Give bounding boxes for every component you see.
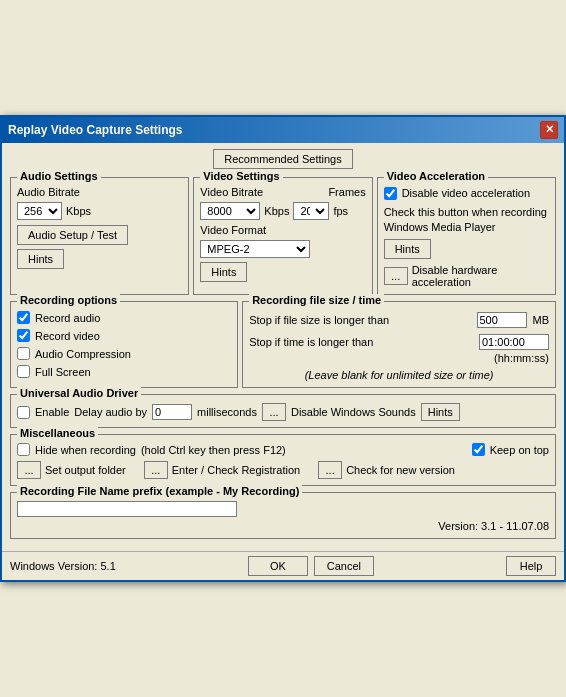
check-text-row: Check this button when recordingWindows … — [384, 205, 549, 236]
universal-dots-button[interactable]: ... — [262, 403, 286, 421]
audio-compression-checkbox[interactable] — [17, 347, 30, 360]
miscellaneous-section: Miscellaneous Hide when recording (hold … — [10, 434, 556, 486]
disable-accel-checkbox[interactable] — [384, 187, 397, 200]
universal-enable-checkbox[interactable] — [17, 406, 30, 419]
hhmm-label: (hh:mm:ss) — [249, 352, 549, 364]
prefix-section: Recording File Name prefix (example - My… — [10, 492, 556, 539]
top-sections: Audio Settings Audio Bitrate 256 64 128 … — [10, 177, 556, 296]
milliseconds-label: milliseconds — [197, 406, 257, 418]
cancel-button[interactable]: Cancel — [314, 556, 374, 576]
disable-hw-dots-button[interactable]: ... — [384, 267, 408, 285]
recommended-settings-button[interactable]: Recommended Settings — [213, 149, 352, 169]
audio-settings-section: Audio Settings Audio Bitrate 256 64 128 … — [10, 177, 189, 296]
record-video-checkbox[interactable] — [17, 329, 30, 342]
video-acceleration-section: Video Acceleration Disable video acceler… — [377, 177, 556, 296]
universal-delay-input[interactable] — [152, 404, 192, 420]
audio-bitrate-select[interactable]: 256 64 128 192 320 — [17, 202, 62, 220]
version-label: Version: 3.1 - 11.07.08 — [438, 520, 549, 532]
keep-on-top-label: Keep on top — [490, 444, 549, 456]
help-button[interactable]: Help — [506, 556, 556, 576]
stop-size-input[interactable] — [477, 312, 527, 328]
universal-audio-label: Universal Audio Driver — [17, 387, 141, 399]
audio-settings-label: Audio Settings — [17, 170, 101, 182]
audio-hints-button[interactable]: Hints — [17, 249, 64, 269]
record-video-row: Record video — [17, 329, 231, 342]
audio-bitrate-row: Audio Bitrate — [17, 186, 182, 198]
full-screen-checkbox[interactable] — [17, 365, 30, 378]
stop-size-label: Stop if file size is longer than — [249, 314, 470, 326]
audio-compression-label: Audio Compression — [35, 348, 131, 360]
audio-bitrate-control-row: 256 64 128 192 320 Kbps — [17, 202, 182, 220]
main-content: Recommended Settings Audio Settings Audi… — [2, 143, 564, 552]
set-output-dots-button[interactable]: ... — [17, 461, 41, 479]
audio-bitrate-label: Audio Bitrate — [17, 186, 80, 198]
video-format-select[interactable]: MPEG-2 MPEG-4 AVI WMV — [200, 240, 310, 258]
recording-file-section: Recording file size / time Stop if file … — [242, 301, 556, 388]
stop-size-row: Stop if file size is longer than MB — [249, 312, 549, 328]
recommended-row: Recommended Settings — [10, 149, 556, 169]
version-row: Version: 3.1 - 11.07.08 — [17, 520, 549, 532]
main-window: Replay Video Capture Settings ✕ Recommen… — [0, 115, 566, 583]
stop-time-label: Stop if time is longer than — [249, 336, 473, 348]
misc-label: Miscellaneous — [17, 427, 98, 439]
video-format-label-row: Video Format — [200, 224, 365, 236]
audio-kbps-label: Kbps — [66, 205, 91, 217]
record-audio-label: Record audio — [35, 312, 100, 324]
ok-button[interactable]: OK — [248, 556, 308, 576]
record-audio-checkbox[interactable] — [17, 311, 30, 324]
universal-audio-section: Universal Audio Driver Enable Delay audi… — [10, 394, 556, 428]
check-version-label: Check for new version — [346, 464, 455, 476]
stop-time-input[interactable] — [479, 334, 549, 350]
video-hints-row: Hints — [200, 262, 365, 282]
audio-setup-button[interactable]: Audio Setup / Test — [17, 225, 128, 245]
recording-options-section: Recording options Record audio Record vi… — [10, 301, 238, 388]
middle-sections: Recording options Record audio Record vi… — [10, 301, 556, 388]
video-hints-button[interactable]: Hints — [200, 262, 247, 282]
universal-hints-button[interactable]: Hints — [421, 403, 460, 421]
video-kbps-label: Kbps — [264, 205, 289, 217]
hold-ctrl-label: (hold Ctrl key then press F12) — [141, 444, 286, 456]
windows-version-label: Windows Version: 5.1 — [10, 560, 116, 572]
hide-recording-label: Hide when recording — [35, 444, 136, 456]
audio-compression-row: Audio Compression — [17, 347, 231, 360]
disable-hw-label: Disable hardware acceleration — [412, 264, 549, 288]
full-screen-label: Full Screen — [35, 366, 91, 378]
record-audio-row: Record audio — [17, 311, 231, 324]
accel-hints-button[interactable]: Hints — [384, 239, 431, 259]
prefix-input[interactable] — [17, 501, 237, 517]
fps-label: fps — [333, 205, 348, 217]
video-format-control-row: MPEG-2 MPEG-4 AVI WMV — [200, 240, 365, 258]
check-text: Check this button when recordingWindows … — [384, 205, 547, 236]
keep-on-top-checkbox[interactable] — [472, 443, 485, 456]
video-bitrate-select[interactable]: 8000 1000 2000 4000 6000 10000 — [200, 202, 260, 220]
enter-reg-dots-button[interactable]: ... — [144, 461, 168, 479]
misc-row2: ... Set output folder ... Enter / Check … — [17, 461, 549, 479]
universal-disable-sounds-label: Disable Windows Sounds — [291, 406, 416, 418]
leave-blank-text: (Leave blank for unlimited size or time) — [249, 369, 549, 381]
misc-row1: Hide when recording (hold Ctrl key then … — [17, 443, 549, 456]
close-button[interactable]: ✕ — [540, 121, 558, 139]
stop-time-row: Stop if time is longer than — [249, 334, 549, 350]
video-settings-label: Video Settings — [200, 170, 282, 182]
universal-delay-label: Delay audio by — [74, 406, 147, 418]
set-output-label: Set output folder — [45, 464, 126, 476]
enter-reg-label: Enter / Check Registration — [172, 464, 300, 476]
recording-file-label: Recording file size / time — [249, 294, 384, 306]
frames-select[interactable]: 20 5 10 15 25 30 — [293, 202, 329, 220]
mb-label: MB — [533, 314, 550, 326]
audio-setup-row: Audio Setup / Test — [17, 225, 182, 245]
record-video-label: Record video — [35, 330, 100, 342]
universal-enable-label: Enable — [35, 406, 69, 418]
audio-hints-row: Hints — [17, 249, 182, 269]
video-bitrate-header-row: Video Bitrate Frames — [200, 186, 365, 198]
window-title: Replay Video Capture Settings — [8, 123, 183, 137]
check-version-dots-button[interactable]: ... — [318, 461, 342, 479]
recording-options-label: Recording options — [17, 294, 120, 306]
disable-hw-row: ... Disable hardware acceleration — [384, 264, 549, 288]
video-settings-section: Video Settings Video Bitrate Frames 8000… — [193, 177, 372, 296]
prefix-section-label: Recording File Name prefix (example - My… — [17, 485, 302, 497]
hide-recording-checkbox[interactable] — [17, 443, 30, 456]
full-screen-row: Full Screen — [17, 365, 231, 378]
video-accel-label: Video Acceleration — [384, 170, 488, 182]
frames-label: Frames — [328, 186, 365, 198]
